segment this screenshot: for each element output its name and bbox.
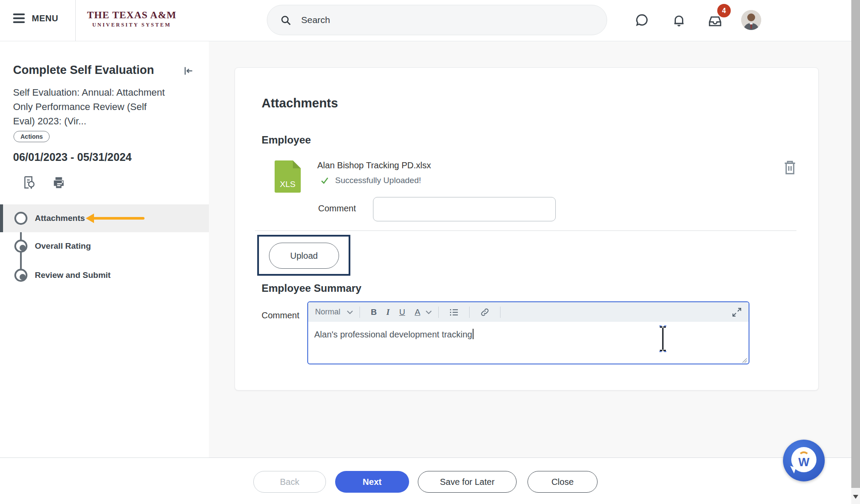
annotation-arrow-shaft: [93, 217, 144, 220]
topbar-divider: [75, 0, 76, 41]
brand-logo[interactable]: THE TEXAS A&M UNIVERSITY SYSTEM: [87, 10, 177, 28]
save-for-later-button[interactable]: Save for Later: [418, 471, 517, 493]
menu-label: MENU: [32, 13, 58, 23]
editor-toolbar: Normal B I U A: [308, 302, 749, 322]
hamburger-icon: [13, 11, 25, 25]
toolbar-separator: [500, 307, 501, 318]
summary-comment-label: Comment: [262, 310, 299, 320]
guidance-document-icon[interactable]: [23, 176, 36, 190]
step-circle-overall-rating: [14, 240, 27, 253]
top-bar: MENU THE TEXAS A&M UNIVERSITY SYSTEM 4: [0, 0, 860, 41]
search-bar[interactable]: [267, 5, 607, 35]
collapse-panel-icon[interactable]: [183, 65, 194, 77]
menu-button[interactable]: MENU: [13, 11, 58, 25]
close-button[interactable]: Close: [527, 471, 598, 493]
workday-assistant-button[interactable]: W: [783, 440, 825, 481]
xls-file-type-label: XLS: [275, 180, 301, 189]
summary-comment-textarea[interactable]: Alan's professional development tracking: [308, 322, 749, 364]
upload-status-text: Successfully Uploaded!: [335, 176, 421, 185]
sidebar-item-overall-rating[interactable]: Overall Rating: [0, 232, 209, 260]
section-divider: [255, 230, 796, 231]
print-icon[interactable]: [52, 176, 65, 190]
employee-heading: Employee: [262, 134, 311, 146]
back-button[interactable]: Back: [253, 471, 326, 493]
text-caret: [473, 329, 474, 339]
file-name: Alan Bishop Tracking PD.xlsx: [317, 160, 431, 170]
toolbar-separator: [359, 307, 360, 318]
text-color-button[interactable]: A: [415, 307, 420, 317]
xls-file-icon: XLS: [275, 160, 301, 193]
scroll-down-arrow-icon[interactable]: [853, 495, 858, 499]
chat-icon[interactable]: [635, 13, 649, 28]
underline-button[interactable]: U: [399, 307, 405, 317]
expand-editor-icon[interactable]: [732, 307, 742, 317]
search-input[interactable]: [300, 14, 563, 26]
scrollbar-track[interactable]: [851, 0, 860, 504]
format-dropdown[interactable]: Normal: [315, 307, 340, 317]
delete-attachment-icon[interactable]: [783, 160, 797, 176]
italic-button[interactable]: I: [386, 307, 390, 317]
search-icon: [280, 15, 292, 26]
upload-button[interactable]: Upload: [269, 243, 339, 269]
sidebar-item-attachments[interactable]: Attachments: [0, 204, 209, 232]
bold-button[interactable]: B: [371, 307, 377, 317]
notifications-bell-icon[interactable]: [672, 13, 686, 28]
toolbar-separator: [469, 307, 470, 318]
review-period: 06/01/2023 - 05/31/2024: [13, 151, 131, 164]
chevron-down-icon[interactable]: [425, 310, 432, 314]
actions-button[interactable]: Actions: [13, 131, 50, 142]
file-comment-input[interactable]: [373, 197, 556, 221]
page-title: Complete Self Evaluation: [13, 63, 154, 77]
inbox-count-badge: 4: [717, 4, 731, 17]
brand-line1: THE TEXAS A&M: [87, 10, 177, 21]
brand-line2: UNIVERSITY SYSTEM: [87, 22, 177, 28]
bullet-list-icon[interactable]: [449, 307, 459, 317]
summary-comment-text: Alan's professional development tracking: [314, 330, 472, 339]
sidebar-item-label: Attachments: [35, 214, 85, 223]
active-indicator-bar: [0, 204, 3, 232]
avatar-image: [741, 10, 761, 30]
file-comment-label: Comment: [318, 204, 356, 214]
workday-logo-icon: W: [791, 447, 816, 472]
step-circle-attachments: [14, 212, 27, 225]
upload-status: Successfully Uploaded!: [320, 176, 421, 185]
step-circle-review-submit: [14, 269, 27, 282]
task-subtitle: Self Evaluation: Annual: Attachment Only…: [13, 85, 165, 128]
sidebar-item-review-and-submit[interactable]: Review and Submit: [0, 261, 209, 289]
avatar[interactable]: [741, 10, 761, 30]
chevron-down-icon[interactable]: [346, 310, 353, 314]
screen: MENU THE TEXAS A&M UNIVERSITY SYSTEM 4: [0, 0, 860, 504]
attachments-card: Attachments Employee XLS Alan Bishop Tra…: [235, 67, 819, 391]
resize-handle[interactable]: [741, 357, 747, 363]
rich-text-editor: Normal B I U A: [307, 301, 749, 364]
employee-summary-heading: Employee Summary: [262, 282, 361, 294]
sidebar: Complete Self Evaluation Self Evaluation…: [0, 41, 209, 504]
scrollbar-thumb[interactable]: [851, 0, 860, 488]
check-icon: [320, 176, 329, 185]
section-title: Attachments: [262, 96, 338, 110]
toolbar-separator: [438, 307, 439, 318]
sidebar-item-label: Overall Rating: [35, 241, 91, 251]
action-footer: Back Next Save for Later Close: [0, 457, 851, 504]
link-icon[interactable]: [480, 307, 490, 317]
annotation-arrow-icon: [86, 214, 94, 223]
sidebar-item-label: Review and Submit: [35, 270, 111, 280]
next-button[interactable]: Next: [335, 471, 409, 493]
